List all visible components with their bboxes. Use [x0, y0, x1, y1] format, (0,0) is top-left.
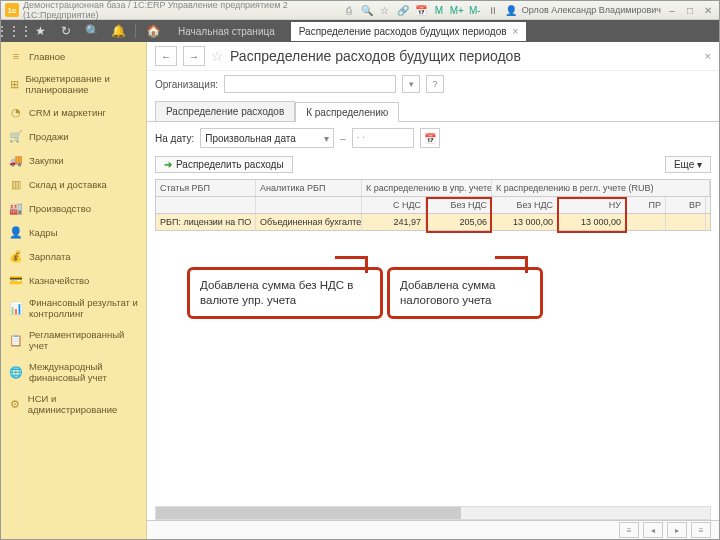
org-dropdown-icon[interactable]: ▾	[402, 75, 420, 93]
horizontal-scrollbar[interactable]	[155, 506, 711, 520]
minimize-icon[interactable]: –	[665, 3, 679, 17]
main-toolbar: ⋮⋮⋮ ★ ↻ 🔍 🔔 🏠 Начальная страница Распред…	[1, 20, 719, 42]
col-novat[interactable]: Без НДС	[426, 197, 492, 213]
sidebar-item-salary[interactable]: 💰Зарплата	[1, 244, 146, 268]
truck-icon: 🚚	[9, 153, 23, 167]
cell-analytics: Объединенная бухгалте...	[256, 214, 362, 230]
gear-icon: ⚙	[9, 397, 22, 411]
cell-pr	[626, 214, 666, 230]
sidebar-item-treasury[interactable]: 💳Казначейство	[1, 268, 146, 292]
date-label: На дату:	[155, 133, 194, 144]
calendar-icon[interactable]: 📅	[420, 128, 440, 148]
sidebar-item-admin[interactable]: ⚙НСИ и администрирование	[1, 388, 146, 420]
grid: Статья РБП Аналитика РБП К распределению…	[155, 179, 711, 231]
sidebar-label: Главное	[29, 51, 65, 62]
col-withvat[interactable]: С НДС	[362, 197, 426, 213]
sidebar-item-hr[interactable]: 👤Кадры	[1, 220, 146, 244]
tab-distribution[interactable]: Распределение расходов	[155, 101, 295, 121]
forward-button[interactable]: →	[183, 46, 205, 66]
sidebar-item-sales[interactable]: 🛒Продажи	[1, 124, 146, 148]
nav-last-icon[interactable]: ≡	[691, 522, 711, 538]
sidebar-item-crm[interactable]: ◔CRM и маркетинг	[1, 100, 146, 124]
globe-icon: 🌐	[9, 365, 23, 379]
fav-icon[interactable]: ☆	[378, 3, 392, 17]
dash: –	[340, 133, 346, 144]
sidebar-item-main[interactable]: ≡Главное	[1, 44, 146, 68]
cell-novat: 205,06	[426, 214, 492, 230]
maximize-icon[interactable]: □	[683, 3, 697, 17]
body: ≡Главное ⊞Бюджетирование и планирование …	[1, 42, 719, 539]
titlebar: 1c Демонстрационная база / 1С:ERP Управл…	[1, 1, 719, 20]
m-icon[interactable]: M	[432, 3, 446, 17]
link-icon[interactable]: 🔗	[396, 3, 410, 17]
sidebar-item-ifrs[interactable]: 🌐Международный финансовый учет	[1, 356, 146, 388]
nav-prev-icon[interactable]: ◂	[643, 522, 663, 538]
org-row: Организация: ▾ ?	[147, 71, 719, 97]
money-icon: 💰	[9, 249, 23, 263]
user-name: Орлов Александр Владимирович	[522, 5, 661, 15]
calc-icon[interactable]: 📅	[414, 3, 428, 17]
distribute-button[interactable]: ➔Распределить расходы	[155, 156, 293, 173]
date-mode-select[interactable]: Произвольная дата	[200, 128, 334, 148]
chart-icon: 📊	[9, 301, 23, 315]
tab-start[interactable]: Начальная страница	[170, 22, 283, 41]
sidebar-item-prod[interactable]: 🏭Производство	[1, 196, 146, 220]
col-nu[interactable]: НУ	[558, 197, 626, 213]
window-title: Демонстрационная база / 1С:ERP Управлени…	[23, 0, 338, 20]
tab-to-distribute[interactable]: К распределению	[295, 102, 399, 122]
nav-next-icon[interactable]: ▸	[667, 522, 687, 538]
sidebar-label: Бюджетирование и планирование	[26, 73, 139, 95]
clipboard-icon: 📋	[9, 333, 23, 347]
tab-active[interactable]: Распределение расходов будущих периодов …	[291, 22, 527, 41]
statusbar: ≡ ◂ ▸ ≡	[147, 520, 719, 539]
col-article[interactable]: Статья РБП	[156, 180, 256, 196]
close-icon[interactable]: ✕	[701, 3, 715, 17]
print-icon[interactable]: ⎙	[342, 3, 356, 17]
m-plus-icon[interactable]: M+	[450, 3, 464, 17]
app-logo-icon: 1c	[5, 3, 19, 17]
scroll-thumb[interactable]	[156, 507, 461, 519]
search-toolbar-icon[interactable]: 🔍	[83, 22, 101, 40]
search-icon[interactable]: 🔍	[360, 3, 374, 17]
history-icon[interactable]: ↻	[57, 22, 75, 40]
sidebar-label: Зарплата	[29, 251, 71, 262]
more-button[interactable]: Еще ▾	[665, 156, 711, 173]
pie-icon: ◔	[9, 105, 23, 119]
col-upr-group[interactable]: К распределению в упр. учете (USD)	[362, 180, 492, 196]
tab-close-icon[interactable]: ×	[513, 26, 519, 37]
cell-withvat: 241,97	[362, 214, 426, 230]
sidebar-label: НСИ и администрирование	[28, 393, 138, 415]
date-field[interactable]: . .	[352, 128, 414, 148]
col-analytics[interactable]: Аналитика РБП	[256, 180, 362, 196]
nav-first-icon[interactable]: ≡	[619, 522, 639, 538]
favorite-star-icon[interactable]: ☆	[211, 48, 224, 64]
sidebar-item-purch[interactable]: 🚚Закупки	[1, 148, 146, 172]
page-close-icon[interactable]: ×	[705, 50, 711, 62]
col-pr[interactable]: ПР	[626, 197, 666, 213]
sidebar-item-budget[interactable]: ⊞Бюджетирование и планирование	[1, 68, 146, 100]
col-novat2[interactable]: Без НДС	[492, 197, 558, 213]
table-row[interactable]: РБП: лицензии на ПО Объединенная бухгалт…	[156, 214, 710, 230]
star-icon[interactable]: ★	[31, 22, 49, 40]
back-button[interactable]: ←	[155, 46, 177, 66]
menu-icon[interactable]: ⋮⋮⋮	[5, 22, 23, 40]
org-field[interactable]	[224, 75, 396, 93]
card-icon: 💳	[9, 273, 23, 287]
sidebar-item-finresult[interactable]: 📊Финансовый результат и контроллинг	[1, 292, 146, 324]
arrow-right-icon: ➔	[164, 159, 172, 170]
cart-icon: 🛒	[9, 129, 23, 143]
user-icon[interactable]: 👤	[504, 3, 518, 17]
cell-novat2: 13 000,00	[492, 214, 558, 230]
bell-icon[interactable]: 🔔	[109, 22, 127, 40]
col-vr[interactable]: ВР	[666, 197, 706, 213]
separator	[135, 24, 136, 38]
sidebar-label: Закупки	[29, 155, 64, 166]
home-icon[interactable]: 🏠	[144, 22, 162, 40]
page-title: Распределение расходов будущих периодов	[230, 48, 521, 64]
org-help-icon[interactable]: ?	[426, 75, 444, 93]
sidebar-item-regacct[interactable]: 📋Регламентированный учет	[1, 324, 146, 356]
m-minus-icon[interactable]: M-	[468, 3, 482, 17]
sidebar-item-warehouse[interactable]: ▥Склад и доставка	[1, 172, 146, 196]
grid-header-2: С НДС Без НДС Без НДС НУ ПР ВР	[156, 197, 710, 214]
col-regl-group[interactable]: К распределению в регл. учете (RUB)	[492, 180, 710, 196]
